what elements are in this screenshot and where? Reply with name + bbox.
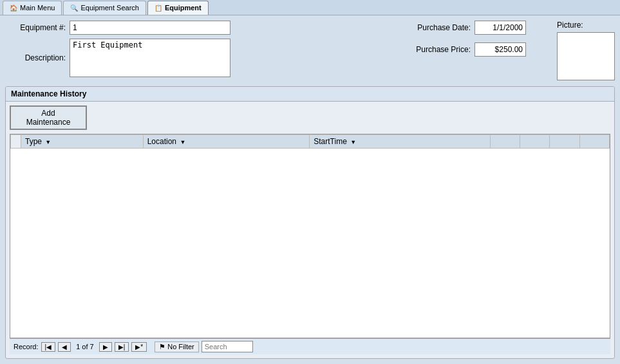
description-label: Description:: [5, 53, 70, 62]
no-filter-label: No Filter: [167, 343, 194, 350]
equipment-number-label: Equipment #:: [5, 23, 70, 32]
main-menu-icon: 🏠: [10, 5, 17, 12]
nav-prev-button[interactable]: ◀: [58, 342, 71, 352]
tab-main-menu-label: Main Menu: [20, 4, 55, 12]
equipment-number-input[interactable]: [70, 21, 230, 35]
purchase-date-input[interactable]: [474, 21, 526, 35]
nav-first-button[interactable]: |◀: [41, 342, 56, 352]
form-center: Purchase Date: Purchase Price:: [404, 21, 526, 81]
add-maintenance-button[interactable]: Add Maintenance: [10, 105, 87, 130]
type-sort-icon: ▼: [45, 139, 51, 145]
main-content: Equipment #: Description: Purchase Date:…: [0, 15, 620, 364]
equipment-search-icon: 🔍: [70, 5, 78, 12]
equipment-number-row: Equipment #:: [5, 21, 373, 35]
nav-new-button[interactable]: ▶*: [131, 342, 147, 352]
nav-last-button[interactable]: ▶|: [115, 342, 129, 352]
maintenance-history-tab-label: Maintenance History: [6, 87, 614, 102]
tab-equipment-search[interactable]: 🔍 Equipment Search: [63, 1, 146, 15]
location-sort-icon: ▼: [180, 139, 185, 145]
record-navigator: Record: |◀ ◀ 1 of 7 ▶ ▶| ▶* ⚑ No Filter: [10, 338, 610, 354]
starttime-sort-icon: ▼: [350, 139, 356, 145]
col-extra2: [520, 135, 550, 149]
purchase-price-row: Purchase Price:: [404, 42, 526, 57]
col-extra3: [550, 135, 579, 149]
picture-box: [557, 32, 615, 80]
purchase-price-label: Purchase Price:: [404, 45, 474, 54]
tab-equipment[interactable]: 📋 Equipment: [147, 1, 209, 15]
form-left: Equipment #: Description:: [5, 21, 373, 81]
col-start-time[interactable]: StartTime ▼: [310, 135, 491, 149]
purchase-date-row: Purchase Date:: [404, 21, 526, 35]
maintenance-table-wrapper: Type ▼ Location ▼ StartTime ▼: [10, 134, 610, 338]
tab-equipment-search-label: Equipment Search: [80, 4, 139, 12]
description-input[interactable]: [70, 39, 230, 77]
col-type[interactable]: Type ▼: [21, 135, 144, 149]
no-filter-button[interactable]: ⚑ No Filter: [155, 341, 199, 352]
col-location[interactable]: Location ▼: [143, 135, 310, 149]
description-row: Description:: [5, 39, 373, 77]
maintenance-history-panel: Maintenance History Add Maintenance Type…: [5, 86, 615, 359]
record-current: 1 of 7: [76, 343, 94, 350]
col-selector: [11, 135, 21, 149]
record-label: Record:: [14, 343, 39, 350]
picture-label: Picture:: [557, 21, 583, 30]
equipment-icon: 📋: [155, 5, 162, 12]
filter-icon: ⚑: [159, 343, 165, 351]
purchase-date-label: Purchase Date:: [404, 23, 474, 32]
tab-main-menu[interactable]: 🏠 Main Menu: [3, 1, 62, 15]
purchase-price-input[interactable]: [474, 42, 526, 57]
search-input[interactable]: [202, 341, 253, 352]
form-area: Equipment #: Description: Purchase Date:…: [5, 21, 615, 81]
maintenance-table: Type ▼ Location ▼ StartTime ▼: [10, 134, 610, 149]
tab-equipment-label: Equipment: [165, 4, 202, 12]
maintenance-history-body: Add Maintenance Type ▼ Location ▼: [6, 102, 614, 358]
table-header-row: Type ▼ Location ▼ StartTime ▼: [11, 135, 610, 149]
col-extra1: [490, 135, 520, 149]
form-right: Picture:: [557, 21, 615, 81]
tab-bar: 🏠 Main Menu 🔍 Equipment Search 📋 Equipme…: [0, 0, 620, 15]
col-extra4: [579, 135, 609, 149]
nav-next-button[interactable]: ▶: [99, 342, 112, 352]
